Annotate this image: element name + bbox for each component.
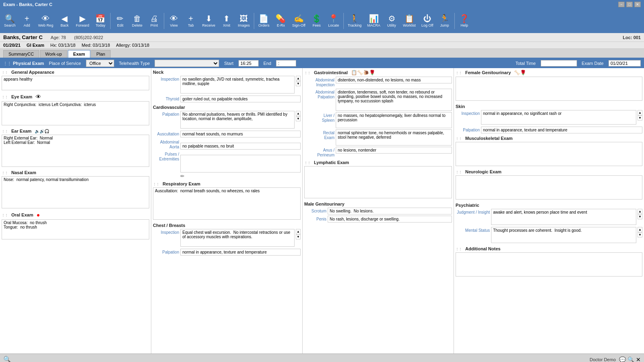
- nasal-exam-value[interactable]: Nose: normal patency, normal transillumi…: [2, 176, 149, 208]
- tab-exam[interactable]: Exam: [68, 50, 90, 58]
- toolbar-sep-3: [254, 13, 254, 29]
- abdominal-aorta-value[interactable]: [180, 143, 301, 150]
- cardio-palpation-value[interactable]: No abnormal pulsations, heaves or thrill…: [180, 111, 295, 129]
- close-button[interactable]: ✕: [634, 2, 641, 7]
- toolbar-tab[interactable]: + Tab: [183, 10, 199, 31]
- general-appearance-value[interactable]: appears healthy: [2, 76, 149, 90]
- psychiatric-section: Psychiatric Judgment / Insight awake and…: [456, 203, 642, 244]
- judgment-insight-value[interactable]: awake and alert, knows person place time…: [491, 209, 636, 225]
- chest-inspection-value[interactable]: Equal chest wall excursion. No intercost…: [180, 229, 295, 247]
- toolbar-receive[interactable]: ⬇ Receive: [200, 10, 218, 31]
- abdominal-inspection-value[interactable]: [336, 77, 452, 83]
- total-time-input[interactable]: [541, 60, 577, 67]
- mental-scroll-down[interactable]: ▼: [638, 232, 642, 237]
- toolbar-macra[interactable]: 📊 MACRA: [365, 10, 383, 31]
- pulses-edit-icon[interactable]: ✏: [180, 173, 184, 179]
- scroll-down[interactable]: ▼: [296, 81, 301, 86]
- tab-workup[interactable]: Work-up: [40, 50, 67, 58]
- skin-scroll-down[interactable]: ▼: [638, 115, 642, 121]
- neck-thyroid-value[interactable]: [180, 96, 301, 102]
- toolbar-utility[interactable]: ⚙ Utility: [384, 10, 400, 31]
- toolbar-sep-4: [343, 13, 344, 29]
- additional-notes-value[interactable]: [456, 252, 642, 277]
- erx-icon: 💊: [276, 15, 286, 23]
- cardio-scroll-up[interactable]: ▲: [296, 111, 301, 116]
- chest-scroll-down[interactable]: ▼: [296, 234, 301, 239]
- neck-section: Neck Inspection no swollen glands, JVD n…: [153, 70, 301, 102]
- tracking-icon: 🚶: [349, 15, 360, 23]
- neck-inspection-value[interactable]: no swollen glands, JVD not raised, symme…: [180, 76, 295, 94]
- toolbar-images[interactable]: 🖼 Images: [235, 10, 252, 31]
- telehealth-type-select[interactable]: [155, 60, 219, 67]
- respiratory-value[interactable]: Auscultation: normal breath sounds, no w…: [153, 187, 301, 220]
- status-close-icon[interactable]: ✕: [636, 356, 641, 362]
- toolbar-worklist[interactable]: 📋 Worklist: [401, 10, 418, 31]
- neurologic-value[interactable]: [456, 175, 642, 200]
- cardio-auscultation-value[interactable]: [180, 131, 301, 137]
- toolbar-forward[interactable]: ▶ Forward: [73, 10, 92, 31]
- musculoskeletal-value[interactable]: [456, 142, 642, 166]
- exam-allergy: Allergy: 03/13/18: [116, 43, 150, 48]
- pulses-value[interactable]: [180, 155, 301, 173]
- toolbar-logoff[interactable]: ⏻ Log Off: [419, 10, 435, 31]
- abdominal-palpation-value[interactable]: distention, tenderness, soft, non tender…: [336, 89, 452, 111]
- ear-exam-value[interactable]: Right External Ear: Normal Left External…: [2, 135, 149, 167]
- maximize-button[interactable]: □: [626, 2, 633, 7]
- start-time-input[interactable]: [238, 60, 259, 67]
- toolbar-delete[interactable]: 🗑 Delete: [129, 10, 145, 31]
- drag-handle-nasal: ⋮⋮: [2, 171, 8, 175]
- lymphatic-value[interactable]: [304, 166, 452, 198]
- scrotum-value[interactable]: [328, 208, 452, 214]
- toolbar-print[interactable]: 🖨 Print: [146, 10, 162, 31]
- oral-exam-value[interactable]: Oral Mucosa: no thrush Tongue: no thrush: [2, 219, 149, 239]
- toolbar-webreg[interactable]: 👁 Web Reg: [36, 10, 56, 31]
- mental-status-label: Mental Status: [456, 227, 490, 233]
- mental-scroll-up[interactable]: ▲: [638, 227, 642, 232]
- toolbar-tracking[interactable]: 🚶 Tracking: [345, 10, 364, 31]
- macra-icon: 📊: [369, 15, 379, 23]
- cardio-scroll-down[interactable]: ▼: [296, 116, 301, 121]
- status-chat-icon[interactable]: 💬: [619, 356, 626, 362]
- toolbar-add[interactable]: + Add: [19, 10, 35, 31]
- physical-exam-title: ⋮⋮ Physical Exam: [3, 61, 44, 66]
- toolbar-edit[interactable]: ✏ Edit: [112, 10, 128, 31]
- toolbar-erx[interactable]: 💊 E-Rx: [273, 10, 289, 31]
- skin-inspection-value[interactable]: normal in appearance, no significant ras…: [481, 110, 636, 125]
- liver-spleen-value[interactable]: no masses, no hepatosplenomegaly, liver …: [336, 112, 452, 128]
- judgment-scroll-down[interactable]: ▼: [638, 214, 642, 219]
- toolbar-locate[interactable]: 📍 Locate: [326, 10, 342, 31]
- chest-palpation-value[interactable]: [180, 249, 301, 256]
- toolbar-signoff[interactable]: ✍ Sign-Off: [290, 10, 308, 31]
- female-gu-value[interactable]: [456, 77, 642, 101]
- penis-value[interactable]: [328, 216, 452, 223]
- skin-inspection-label: Inspection: [456, 110, 480, 116]
- place-of-service-select[interactable]: Office Hospital Clinic: [86, 60, 114, 67]
- toolbar-orders[interactable]: 📄 Orders: [256, 10, 272, 31]
- toolbar-back[interactable]: ◀ Back: [56, 10, 73, 31]
- tab-summarycc[interactable]: SummaryCC: [3, 50, 39, 58]
- skin-palpation-value[interactable]: [481, 127, 642, 133]
- judgment-scroll-up[interactable]: ▲: [638, 209, 642, 214]
- rectal-exam-value[interactable]: normal sphincter tone, no hemorrhoids or…: [336, 129, 452, 146]
- toolbar-xmit[interactable]: ⬆ Xmit: [218, 10, 234, 31]
- status-search-icon[interactable]: 🔍: [3, 356, 11, 362]
- exam-date-input[interactable]: [608, 60, 641, 67]
- today-icon: 📅: [95, 15, 105, 23]
- eye-exam-value[interactable]: Right Conjunctiva: icterus Left Conjunct…: [2, 101, 149, 125]
- toolbar-jump[interactable]: 🏃 Jump: [437, 10, 453, 31]
- toolbar-view[interactable]: 👁 View: [166, 10, 182, 31]
- end-time-input[interactable]: [276, 60, 296, 67]
- mental-status-value[interactable]: Thought processes are coherent. Insight …: [491, 227, 636, 243]
- toolbar-fees[interactable]: 💲 Fees: [309, 10, 325, 31]
- tab-plan[interactable]: Plan: [91, 50, 111, 58]
- toolbar-help[interactable]: ❓ Help: [456, 10, 473, 31]
- scroll-up[interactable]: ▲: [296, 76, 301, 81]
- chest-scroll-up[interactable]: ▲: [296, 229, 301, 234]
- skin-scroll-up[interactable]: ▲: [638, 110, 642, 115]
- toolbar-today[interactable]: 📅 Today: [92, 10, 109, 31]
- toolbar-search[interactable]: 🔍 Search: [2, 10, 18, 31]
- minimize-button[interactable]: −: [618, 2, 625, 7]
- status-find-icon[interactable]: 🔍: [627, 356, 634, 362]
- anus-perineum-value[interactable]: [336, 147, 452, 154]
- signoff-icon: ✍: [294, 15, 304, 23]
